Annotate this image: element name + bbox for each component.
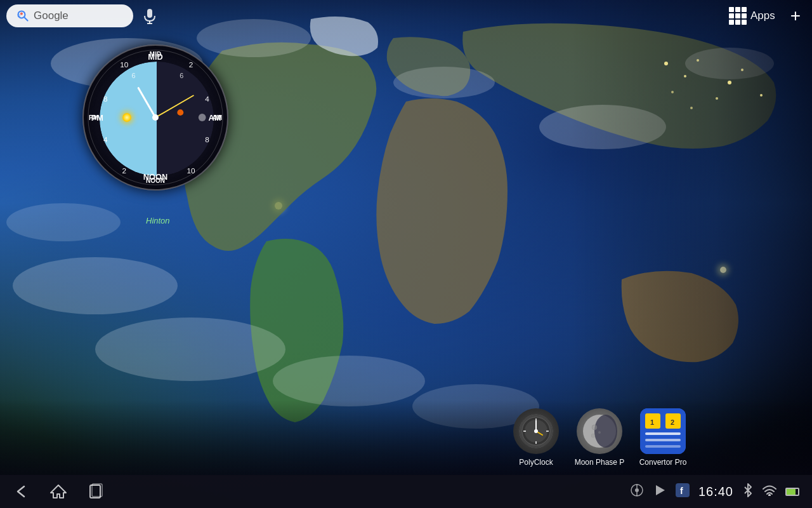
svg-text:G: G [18, 14, 20, 17]
svg-point-74 [635, 488, 639, 492]
svg-text:10: 10 [120, 60, 129, 69]
svg-text:10: 10 [187, 166, 195, 175]
svg-point-9 [13, 257, 178, 314]
svg-rect-65 [645, 432, 681, 435]
svg-point-13 [684, 75, 686, 77]
polyclock-label: PolyClock [519, 458, 553, 467]
svg-point-20 [690, 107, 693, 109]
svg-point-7 [273, 356, 425, 406]
mic-icon [141, 7, 159, 25]
apps-label: Apps [750, 10, 775, 22]
back-button[interactable] [13, 483, 30, 500]
media-icon-svg [653, 483, 667, 497]
status-clock: 16:40 [698, 485, 733, 499]
facebook-icon-svg: f [676, 483, 690, 497]
clock-center [152, 114, 159, 121]
usb-icon-svg [630, 483, 644, 497]
google-text: Google [34, 10, 69, 22]
google-search-bar[interactable]: G Google [6, 4, 133, 27]
apps-button[interactable]: Apps [724, 4, 780, 27]
recent-apps-icon [86, 483, 104, 500]
polyclock-app[interactable]: PolyClock [508, 408, 565, 467]
convertor-icon-svg: 1 2 [640, 408, 686, 454]
polyclock-icon-svg [518, 413, 554, 449]
svg-point-18 [716, 97, 718, 100]
svg-line-23 [24, 17, 28, 21]
svg-point-17 [760, 94, 763, 97]
svg-rect-26 [147, 9, 152, 18]
back-icon [13, 483, 30, 500]
svg-rect-67 [645, 445, 681, 448]
recent-apps-button[interactable] [86, 483, 104, 500]
nav-left-buttons [13, 483, 104, 500]
svg-rect-66 [645, 439, 681, 441]
navigation-bar: f 16:40 [0, 475, 812, 508]
facebook-icon[interactable]: f [676, 483, 690, 500]
svg-text:6: 6 [132, 72, 136, 79]
clock-label-am: AM [212, 114, 222, 121]
clock-label-pm: PM [89, 114, 98, 121]
usb-icon [630, 483, 644, 500]
svg-point-44 [177, 109, 183, 116]
svg-text:2: 2 [189, 60, 193, 69]
battery-bar [785, 488, 799, 496]
svg-point-52 [534, 429, 538, 433]
svg-marker-77 [656, 485, 665, 495]
media-icon [653, 483, 667, 500]
moonphase-app[interactable]: Moon Phase P [571, 408, 628, 467]
add-widget-button[interactable]: + [785, 6, 806, 26]
svg-point-24 [20, 13, 23, 15]
svg-point-60 [591, 434, 595, 438]
bluetooth-icon [742, 483, 754, 500]
svg-marker-70 [51, 485, 66, 498]
sun-indicator [122, 113, 131, 122]
top-right-actions: Apps + [724, 4, 806, 27]
svg-text:4: 4 [103, 135, 108, 144]
svg-point-3 [393, 67, 495, 98]
polyclock-icon [513, 408, 559, 454]
svg-point-45 [199, 114, 206, 121]
svg-point-19 [671, 91, 674, 93]
svg-point-59 [592, 425, 597, 430]
battery-fill [787, 489, 796, 495]
svg-text:2: 2 [671, 418, 674, 426]
svg-point-58 [594, 415, 617, 448]
nav-right-status: f 16:40 [630, 483, 799, 500]
home-icon [49, 483, 67, 500]
google-icon: G [16, 9, 30, 23]
svg-point-10 [6, 203, 121, 241]
svg-text:6: 6 [180, 72, 183, 79]
wifi-icon [763, 485, 776, 498]
svg-point-15 [728, 81, 731, 84]
app-icons-region: PolyClock Moon Phase P [495, 403, 812, 476]
svg-point-16 [741, 69, 743, 71]
mic-button[interactable] [140, 6, 160, 26]
svg-point-61 [598, 431, 601, 434]
home-button[interactable] [49, 483, 67, 500]
apps-grid-icon [729, 7, 747, 25]
svg-text:1: 1 [650, 418, 654, 426]
bluetooth-icon-svg [742, 483, 754, 497]
clock-label-noon: NOON [146, 177, 165, 184]
moonphase-icon [577, 408, 622, 454]
moonphase-icon-svg [582, 413, 617, 449]
svg-text:8: 8 [205, 135, 209, 144]
clock-label-mid: MID [150, 51, 161, 58]
svg-text:f: f [680, 486, 683, 496]
top-bar: G Google Apps + [0, 0, 812, 32]
svg-point-12 [664, 62, 668, 65]
clock-face: MID NOON PM AM MID NOON PM AM 10 2 8 4 4… [82, 44, 228, 190]
svg-text:2: 2 [122, 166, 127, 175]
convertor-icon: 1 2 [640, 408, 686, 454]
svg-point-6 [95, 318, 285, 381]
svg-text:8: 8 [103, 95, 108, 103]
moonphase-label: Moon Phase P [575, 458, 625, 467]
convertor-label: Convertor Pro [639, 458, 687, 467]
svg-point-14 [697, 59, 699, 62]
clock-widget[interactable]: MID NOON PM AM MID NOON PM AM 10 2 8 4 4… [82, 44, 228, 190]
convertor-app[interactable]: 1 2 Convertor Pro [634, 408, 691, 467]
svg-point-80 [768, 494, 771, 496]
wifi-icon-svg [763, 485, 776, 496]
location-label: Hinton [146, 216, 170, 225]
battery-indicator [785, 488, 799, 496]
